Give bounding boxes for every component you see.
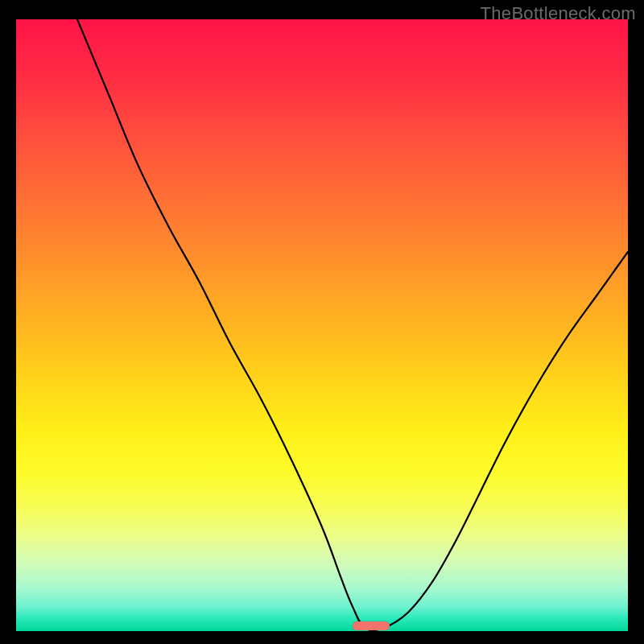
- optimum-marker: [353, 621, 390, 630]
- chart-frame: TheBottleneck.com: [0, 0, 644, 644]
- bottleneck-curve: [16, 19, 628, 631]
- plot-area: [16, 19, 628, 631]
- watermark-text: TheBottleneck.com: [481, 3, 636, 24]
